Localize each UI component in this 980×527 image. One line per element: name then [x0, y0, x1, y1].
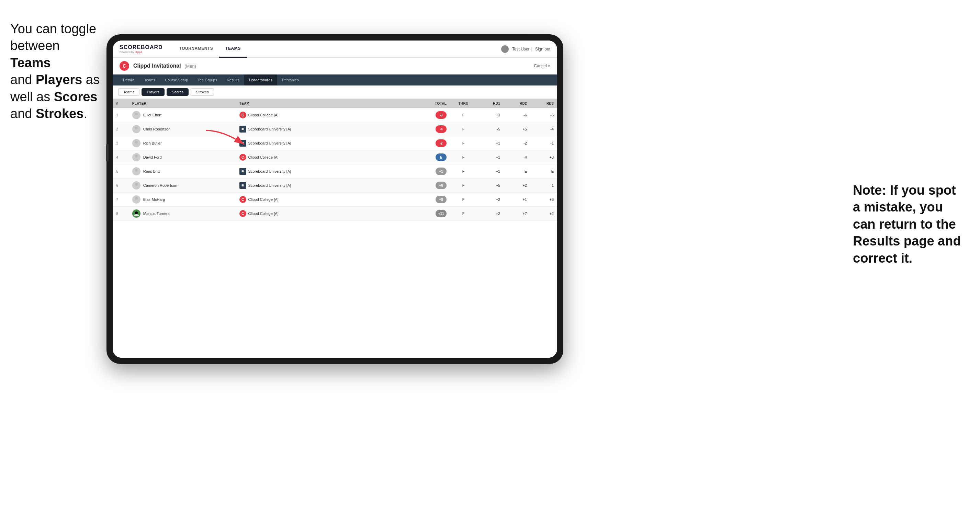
table-row: 6Cameron Robertson▦Scoreboard University…	[113, 179, 557, 193]
table-header-row: # PLAYER TEAM TOTAL THRU RD1 RD2 RD3	[113, 99, 557, 108]
toggle-teams[interactable]: Teams	[118, 88, 140, 96]
logo-area: SCOREBOARD Powered by clippd	[119, 44, 163, 54]
svg-point-7	[135, 211, 138, 214]
cell-rank: 6	[113, 179, 129, 193]
player-name: Cameron Robertson	[143, 183, 177, 187]
cell-rd2: +5	[504, 122, 530, 136]
col-rd3: RD3	[530, 99, 557, 108]
svg-point-3	[135, 155, 138, 157]
tab-leaderboards[interactable]: Leaderboards	[244, 75, 277, 86]
cell-player: Blair McHarg	[129, 193, 236, 207]
toggle-scores[interactable]: Scores	[167, 88, 189, 96]
col-team: TEAM	[236, 99, 407, 108]
svg-point-1	[135, 127, 138, 129]
cell-total: E	[407, 150, 450, 165]
player-name: David Ford	[143, 155, 162, 159]
players-table: # PLAYER TEAM TOTAL THRU RD1 RD2 RD3 1El…	[113, 99, 557, 221]
cell-total: -4	[407, 122, 450, 136]
cell-thru: F	[450, 179, 477, 193]
cell-thru: F	[450, 165, 477, 179]
cell-rd2: +2	[504, 179, 530, 193]
tab-printables[interactable]: Printables	[277, 75, 304, 86]
tourney-name: Clippd Invitational (Men)	[133, 63, 196, 69]
cell-rd1: +5	[477, 179, 504, 193]
cell-thru: F	[450, 108, 477, 122]
table-row: 5Rees Britt▦Scoreboard University [A]+1F…	[113, 165, 557, 179]
cell-rank: 7	[113, 193, 129, 207]
cell-team: CClippd College [A]	[236, 150, 407, 165]
cell-rd3: +2	[530, 207, 557, 221]
toggle-strokes[interactable]: Strokes	[191, 88, 214, 96]
tablet-side-button	[106, 144, 108, 161]
top-nav: SCOREBOARD Powered by clippd TOURNAMENTS…	[113, 41, 557, 58]
cell-rd3: -1	[530, 179, 557, 193]
svg-point-5	[135, 183, 138, 186]
nav-teams[interactable]: TEAMS	[219, 41, 247, 58]
tab-teams[interactable]: Teams	[140, 75, 160, 86]
cell-rd2: +1	[504, 193, 530, 207]
cell-thru: F	[450, 136, 477, 150]
cell-team: CClippd College [A]	[236, 108, 407, 122]
table-row: 2Chris Robertson▦Scoreboard University […	[113, 122, 557, 136]
player-name: Blair McHarg	[143, 197, 165, 202]
nav-tournaments[interactable]: TOURNAMENTS	[173, 41, 220, 58]
tab-details[interactable]: Details	[118, 75, 140, 86]
left-annotation: You can toggle between Teams and Players…	[10, 21, 103, 122]
col-player: PLAYER	[129, 99, 236, 108]
annotation-line3: and Players as	[10, 73, 100, 87]
right-note-label: Note: If you spota mistake, youcan retur…	[853, 183, 961, 265]
logo-text: SCOREBOARD	[119, 44, 163, 51]
tab-results[interactable]: Results	[222, 75, 244, 86]
sub-tabs: Details Teams Course Setup Tee Groups Re…	[113, 75, 557, 86]
cell-rd3: +6	[530, 193, 557, 207]
cell-total: +8	[407, 193, 450, 207]
cell-rd1: +2	[477, 207, 504, 221]
tab-tee-groups[interactable]: Tee Groups	[193, 75, 222, 86]
cell-rd3: +3	[530, 150, 557, 165]
cell-rd3: -4	[530, 122, 557, 136]
user-icon	[501, 45, 509, 53]
cell-thru: F	[450, 150, 477, 165]
cell-rd1: +1	[477, 165, 504, 179]
player-name: Marcus Turners	[143, 211, 169, 216]
table-body: 1Elliot EbertCClippd College [A]-8F+3-6-…	[113, 108, 557, 221]
toggle-bar: Teams Players Scores Strokes	[113, 86, 557, 99]
svg-point-4	[135, 169, 138, 171]
nav-right: Test User | Sign out	[501, 45, 550, 53]
annotation-line2: between Teams	[10, 38, 60, 70]
cell-thru: F	[450, 207, 477, 221]
cell-rank: 1	[113, 108, 129, 122]
tablet-screen: SCOREBOARD Powered by clippd TOURNAMENTS…	[113, 41, 557, 358]
cell-rd1: +1	[477, 150, 504, 165]
player-name: Rees Britt	[143, 169, 160, 173]
tab-course-setup[interactable]: Course Setup	[160, 75, 193, 86]
cell-player: Cameron Robertson	[129, 179, 236, 193]
cell-team: ▦Scoreboard University [A]	[236, 165, 407, 179]
player-name: Rich Butler	[143, 141, 162, 145]
col-rd1: RD1	[477, 99, 504, 108]
player-name: Elliot Ebert	[143, 113, 161, 117]
table-row: 8Marcus TurnersCClippd College [A]+11F+2…	[113, 207, 557, 221]
table-row: 3Rich Butler▦Scoreboard University [A]-2…	[113, 136, 557, 150]
sign-out-link[interactable]: Sign out	[535, 47, 550, 51]
cell-team: ▦Scoreboard University [A]	[236, 179, 407, 193]
cell-total: +11	[407, 207, 450, 221]
cell-rd1: +1	[477, 136, 504, 150]
cell-total: -8	[407, 108, 450, 122]
player-name: Chris Robertson	[143, 127, 170, 131]
cell-player: David Ford	[129, 150, 236, 165]
toggle-players[interactable]: Players	[142, 88, 164, 96]
col-thru: THRU	[450, 99, 477, 108]
cell-total: +6	[407, 179, 450, 193]
cancel-button[interactable]: Cancel ×	[534, 63, 550, 68]
table-row: 4David FordCClippd College [A]EF+1-4+3	[113, 150, 557, 165]
cell-rank: 4	[113, 150, 129, 165]
tournament-header: C Clippd Invitational (Men) Cancel ×	[113, 58, 557, 75]
cell-rd2: -6	[504, 108, 530, 122]
cell-rd1: +3	[477, 108, 504, 122]
cell-rd3: E	[530, 165, 557, 179]
tourney-logo: C	[119, 61, 129, 71]
svg-point-2	[135, 141, 138, 143]
cell-total: +1	[407, 165, 450, 179]
cell-total: -2	[407, 136, 450, 150]
